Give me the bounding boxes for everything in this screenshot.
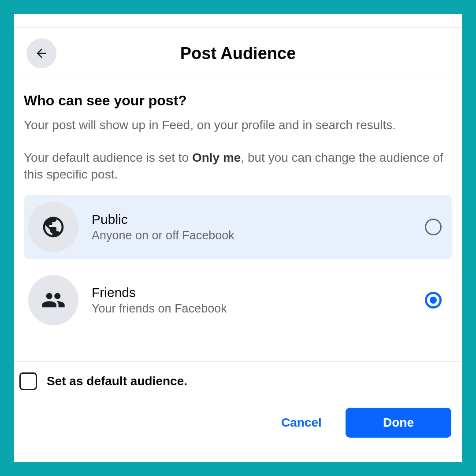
description-prefix: Your default audience is set to xyxy=(24,151,192,164)
scroll-area[interactable]: Who can see your post? Your post will sh… xyxy=(14,79,462,361)
description-text-2: Your default audience is set to Only me,… xyxy=(24,149,452,183)
audience-option-public[interactable]: Public Anyone on or off Facebook xyxy=(24,195,452,259)
audience-option-list: Public Anyone on or off Facebook Friends… xyxy=(24,195,452,361)
button-row: Cancel Done xyxy=(19,408,451,438)
question-heading: Who can see your post? xyxy=(24,93,452,109)
done-button[interactable]: Done xyxy=(346,408,451,438)
option-text: Friends Your friends on Facebook xyxy=(92,285,425,316)
cancel-button[interactable]: Cancel xyxy=(266,408,337,438)
modal-title: Post Audience xyxy=(56,44,420,63)
modal-header: Post Audience xyxy=(14,27,462,79)
default-checkbox-label: Set as default audience. xyxy=(47,374,187,388)
option-subtitle: Your friends on Facebook xyxy=(92,302,425,316)
option-title: Public xyxy=(92,212,425,227)
description-bold: Only me xyxy=(192,151,241,164)
option-title: Friends xyxy=(92,285,425,300)
post-audience-modal: Post Audience Who can see your post? You… xyxy=(14,14,462,462)
divider xyxy=(19,451,451,451)
option-text: Public Anyone on or off Facebook xyxy=(92,212,425,242)
spacer xyxy=(24,259,452,268)
arrow-left-icon xyxy=(34,46,48,60)
back-button[interactable] xyxy=(26,38,56,68)
spacer xyxy=(24,332,452,361)
friends-icon xyxy=(41,288,66,312)
description-text-1: Your post will show up in Feed, on your … xyxy=(24,117,452,134)
option-icon-wrap xyxy=(28,202,78,252)
modal-footer: Set as default audience. Cancel Done xyxy=(14,361,462,462)
globe-icon xyxy=(41,215,66,239)
audience-option-friends[interactable]: Friends Your friends on Facebook xyxy=(24,268,452,332)
radio-unchecked[interactable] xyxy=(425,219,442,235)
option-icon-wrap xyxy=(28,275,78,325)
radio-checked[interactable] xyxy=(425,292,442,309)
default-audience-row[interactable]: Set as default audience. xyxy=(19,367,451,408)
default-checkbox[interactable] xyxy=(19,372,37,390)
option-subtitle: Anyone on or off Facebook xyxy=(92,229,425,242)
